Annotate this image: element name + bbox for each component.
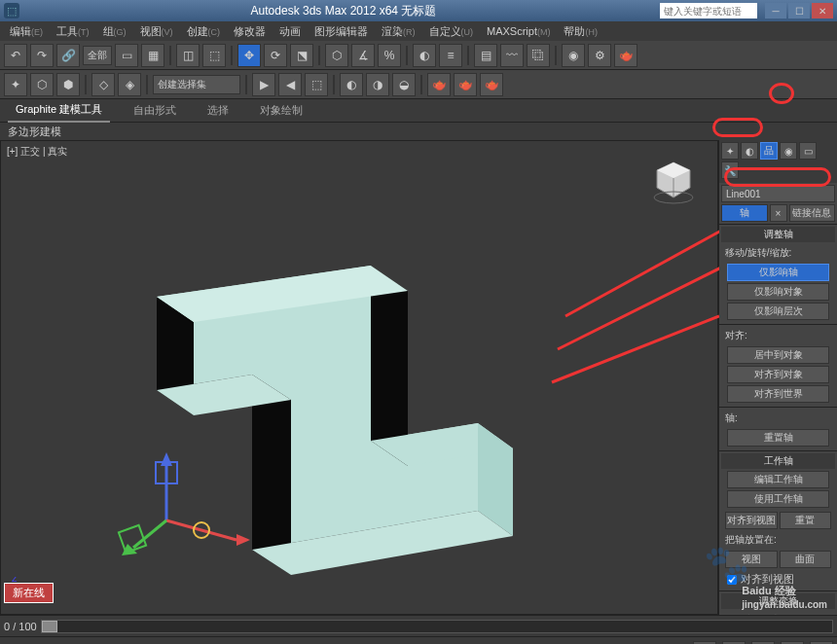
close-button[interactable]: ✕: [812, 3, 833, 18]
adjust-pivot-header: 调整轴: [721, 227, 835, 242]
play-start-icon[interactable]: ⏮: [693, 641, 716, 645]
play-end-icon[interactable]: ⏭: [810, 641, 833, 645]
angle-snap-icon[interactable]: ∡: [351, 44, 375, 67]
select-name-icon[interactable]: ▦: [141, 44, 164, 67]
select-region-icon[interactable]: ◫: [176, 44, 200, 67]
main-toolbar-2: ✦ ⬡ ⬢ ◇ ◈ 创建选择集 ▶ ◀ ⬚ ◐ ◑ ◒ 🫖 🫖 🫖: [0, 70, 837, 99]
move-icon[interactable]: ✥: [237, 44, 261, 67]
align-to-object-button[interactable]: 对齐到对象: [727, 366, 829, 383]
place-view-button[interactable]: 视图: [725, 551, 778, 568]
align-icon[interactable]: ≡: [439, 44, 462, 67]
timeline[interactable]: 0 / 100: [0, 615, 837, 636]
tb2-icon-5[interactable]: ◈: [118, 73, 141, 96]
place-surface-button[interactable]: 曲面: [780, 551, 832, 568]
affect-hierarchy-button[interactable]: 仅影响层次: [727, 303, 829, 320]
ik-tab[interactable]: ×: [770, 204, 787, 222]
use-working-pivot-button[interactable]: 使用工作轴: [727, 490, 829, 508]
play-next-icon[interactable]: ▶: [781, 641, 804, 645]
affect-pivot-only-button[interactable]: 仅影响轴: [727, 264, 829, 281]
time-slider-handle[interactable]: [42, 621, 57, 632]
align-to-view-button[interactable]: 对齐到视图: [725, 512, 778, 529]
align-to-view-checkbox[interactable]: 对齐到视图: [721, 570, 835, 589]
tb2-icon-13[interactable]: 🫖: [454, 73, 477, 96]
subbar-label: 多边形建模: [8, 125, 61, 139]
modify-tab-icon[interactable]: ◐: [741, 142, 758, 160]
pivot-tab[interactable]: 轴: [721, 204, 768, 222]
align-header: 对齐:: [721, 327, 835, 344]
layer-manager-icon[interactable]: ▤: [474, 44, 497, 67]
time-slider[interactable]: [41, 620, 833, 633]
scale-icon[interactable]: ⬔: [290, 44, 313, 67]
xform-move-label: 移动/旋转/缩放:: [721, 611, 835, 615]
tb2-icon-6[interactable]: ▶: [252, 73, 275, 96]
render-icon[interactable]: 🫖: [614, 44, 637, 67]
title-bar: ⬚ Autodesk 3ds Max 2012 x64 无标题 ─ ☐ ✕: [0, 0, 837, 21]
render-setup-icon[interactable]: ⚙: [588, 44, 611, 67]
tb2-icon-3[interactable]: ⬢: [56, 73, 80, 96]
redo-icon[interactable]: ↷: [30, 44, 54, 67]
snap-toggle-icon[interactable]: ⬡: [325, 44, 348, 67]
menu-edit[interactable]: 编辑(E): [4, 22, 49, 41]
tb2-icon-11[interactable]: ◒: [392, 73, 416, 96]
ribbon-tab-graphite[interactable]: Graphite 建模工具: [8, 98, 110, 123]
menu-maxscript[interactable]: MAXScript(M): [481, 23, 556, 39]
menu-help[interactable]: 帮助(H): [558, 22, 603, 41]
schematic-view-icon[interactable]: ⿻: [527, 44, 550, 67]
maximize-button[interactable]: ☐: [788, 3, 810, 18]
affect-object-only-button[interactable]: 仅影响对象: [727, 283, 829, 301]
menu-create[interactable]: 创建(C): [181, 22, 227, 41]
hierarchy-tab-icon[interactable]: 品: [760, 142, 778, 160]
rotate-icon[interactable]: ⟳: [264, 44, 287, 67]
link-info-tab[interactable]: 链接信息: [789, 204, 836, 222]
ribbon-tab-paint[interactable]: 对象绘制: [252, 99, 310, 122]
curve-editor-icon[interactable]: 〰: [500, 44, 524, 67]
display-tab-icon[interactable]: ▭: [799, 142, 817, 160]
menu-customize[interactable]: 自定义(U): [423, 22, 480, 41]
tb2-icon-8[interactable]: ⬚: [305, 73, 328, 96]
menu-view[interactable]: 视图(V): [134, 22, 179, 41]
tb2-icon-9[interactable]: ◐: [340, 73, 363, 96]
viewport[interactable]: [+] 正交 | 真实: [0, 140, 718, 615]
window-crossing-icon[interactable]: ⬚: [202, 44, 226, 67]
tb2-icon-7[interactable]: ◀: [278, 73, 302, 96]
working-pivot-header: 工作轴: [721, 453, 835, 469]
edit-working-pivot-button[interactable]: 编辑工作轴: [727, 471, 829, 488]
named-selection-dropdown[interactable]: 创建选择集: [153, 75, 240, 94]
tb2-icon-1[interactable]: ✦: [4, 73, 27, 96]
help-search-input[interactable]: [660, 3, 757, 18]
utilities-tab-icon[interactable]: 🔧: [721, 161, 739, 179]
reset-working-pivot-button[interactable]: 重置: [780, 512, 832, 529]
motion-tab-icon[interactable]: ◉: [780, 142, 797, 160]
minimize-button[interactable]: ─: [765, 3, 786, 18]
play-prev-icon[interactable]: ◀: [722, 641, 746, 645]
tb2-icon-10[interactable]: ◑: [366, 73, 389, 96]
menu-render[interactable]: 渲染(R): [376, 22, 421, 41]
tb2-icon-12[interactable]: 🫖: [427, 73, 451, 96]
main-area: [+] 正交 | 真实: [0, 140, 837, 615]
menu-group[interactable]: 组(G): [97, 22, 132, 41]
undo-icon[interactable]: ↶: [4, 44, 27, 67]
ribbon-tab-select[interactable]: 选择: [200, 99, 237, 122]
menu-tools[interactable]: 工具(T): [51, 22, 95, 41]
menu-modifiers[interactable]: 修改器: [228, 22, 272, 41]
percent-snap-icon[interactable]: %: [378, 44, 401, 67]
play-icon[interactable]: ▶: [751, 641, 775, 645]
create-tab-icon[interactable]: ✦: [721, 142, 739, 160]
mirror-icon[interactable]: ◐: [413, 44, 436, 67]
link-icon[interactable]: 🔗: [56, 44, 80, 67]
tb2-icon-4[interactable]: ◇: [91, 73, 115, 96]
ribbon-tab-freeform[interactable]: 自由形式: [126, 99, 184, 122]
selection-filter-dropdown[interactable]: 全部: [83, 46, 112, 65]
object-name-field[interactable]: Line001: [721, 185, 835, 202]
place-pivot-label: 把轴放置在:: [721, 531, 835, 549]
select-icon[interactable]: ▭: [115, 44, 138, 67]
tb2-icon-14[interactable]: 🫖: [480, 73, 503, 96]
material-editor-icon[interactable]: ◉: [562, 44, 585, 67]
align-to-world-button[interactable]: 对齐到世界: [727, 385, 829, 403]
menu-animation[interactable]: 动画: [273, 22, 307, 41]
menu-graph-editors[interactable]: 图形编辑器: [309, 22, 374, 41]
center-to-object-button[interactable]: 居中到对象: [727, 346, 829, 364]
viewcube[interactable]: [649, 157, 698, 205]
tb2-icon-2[interactable]: ⬡: [30, 73, 54, 96]
reset-pivot-button[interactable]: 重置轴: [727, 429, 829, 447]
